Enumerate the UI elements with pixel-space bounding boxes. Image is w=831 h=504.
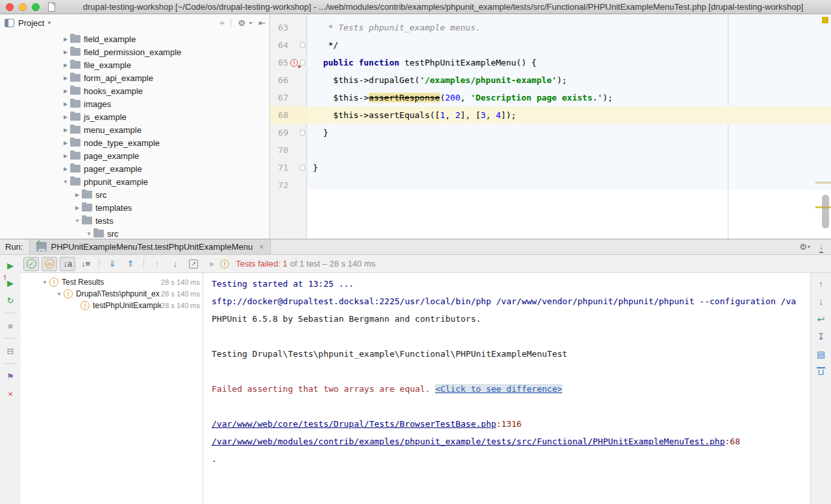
tree-item-page_example[interactable]: ▶page_example	[0, 149, 269, 162]
scroll-to-end-button[interactable]: ↧	[815, 331, 828, 342]
show-passed-toggle[interactable]: ✓	[23, 257, 39, 271]
chevron-right-icon[interactable]: ▶	[61, 114, 70, 120]
previous-failed-test-button[interactable]: ↑	[149, 257, 165, 271]
close-window-button[interactable]	[6, 3, 14, 11]
settings-button[interactable]: ⚙▾	[238, 18, 252, 28]
chevron-down-icon[interactable]: ▼	[61, 179, 70, 185]
folder-icon	[70, 165, 81, 173]
soft-wrap-toggle[interactable]: ↩	[815, 313, 828, 325]
tree-item-menu_example[interactable]: ▶menu_example	[0, 123, 269, 136]
overflow-chevron-icon[interactable]: »	[209, 259, 214, 269]
chevron-right-icon[interactable]: ▶	[61, 101, 70, 107]
chevron-right-icon[interactable]: ▶	[61, 153, 70, 159]
tree-item-src[interactable]: ▼src	[0, 227, 269, 239]
down-stack-trace-button[interactable]: ↓	[815, 296, 828, 307]
tree-item-images[interactable]: ▶images	[0, 97, 269, 110]
chevron-right-icon[interactable]: ▶	[61, 166, 70, 172]
check-icon: ✓	[35, 239, 40, 246]
see-difference-link[interactable]: <Click to see difference>	[435, 384, 562, 394]
tree-item-field_permission_example[interactable]: ▶field_permission_example	[0, 45, 269, 58]
sort-by-duration-button[interactable]: ↓≡	[78, 257, 93, 271]
chevron-right-icon[interactable]: ▶	[61, 88, 70, 94]
inspection-status-indicator[interactable]	[822, 17, 828, 23]
code-text[interactable]: $this->drupalGet('/examples/phpunit-exam…	[308, 71, 831, 89]
next-failed-test-button[interactable]: ↓	[167, 257, 183, 271]
close-tab-button[interactable]: ×	[4, 387, 17, 400]
fold-marker-icon[interactable]	[300, 60, 305, 66]
tree-item-field_example[interactable]: ▶field_example	[0, 32, 269, 45]
restore-layout-button[interactable]: ⊟	[4, 344, 17, 357]
tree-item-phpunit_example[interactable]: ▼phpunit_example	[0, 175, 269, 188]
toggle-auto-test-button[interactable]: ↻	[4, 294, 17, 307]
fold-marker-icon[interactable]	[300, 42, 305, 48]
fold-marker-icon[interactable]	[300, 130, 305, 136]
stack-trace-file-link[interactable]: /var/www/web/modules/contrib/examples/ph…	[212, 437, 725, 446]
fold-marker-icon[interactable]	[300, 165, 305, 171]
chevron-down-icon[interactable]: ▼	[84, 231, 93, 237]
minimize-window-button[interactable]	[19, 3, 27, 11]
tree-item-src[interactable]: ▶src	[0, 188, 269, 201]
chevron-down-icon[interactable]: ▾	[47, 19, 51, 26]
tree-item-pager_example[interactable]: ▶pager_example	[0, 162, 269, 175]
tree-item-file_example[interactable]: ▶file_example	[0, 58, 269, 71]
toolbar-separator	[143, 259, 144, 269]
tree-item-label: images	[84, 99, 111, 109]
tree-item-label: templates	[95, 203, 132, 213]
stack-trace-file-link[interactable]: /var/www/web/core/tests/Drupal/Tests/Bro…	[212, 419, 496, 429]
chevron-right-icon[interactable]: ▶	[61, 62, 70, 68]
hide-panel-button[interactable]: ⇤	[258, 18, 266, 28]
editor-scrollbar[interactable]	[822, 195, 829, 228]
code-text[interactable]: * Tests phpunit_example menus.	[308, 19, 831, 36]
test-tree-row[interactable]: ▼!Drupal\Tests\phpunit_ex28 s 140 ms	[21, 288, 203, 300]
stop-button[interactable]: ■	[4, 319, 17, 332]
chevron-right-icon[interactable]: ▶	[61, 127, 70, 133]
tree-item-form_api_example[interactable]: ▶form_api_example	[0, 71, 269, 84]
chevron-right-icon[interactable]: ▶	[73, 192, 82, 198]
expand-all-button[interactable]: ⇓	[105, 257, 120, 271]
chevron-right-icon[interactable]: ▶	[61, 36, 70, 42]
code-text[interactable]: */	[308, 36, 831, 54]
collapse-all-button[interactable]: ÷	[219, 18, 224, 28]
zoom-window-button[interactable]	[32, 3, 40, 11]
show-ignored-toggle[interactable]: ≡≡	[42, 257, 57, 271]
code-text[interactable]: }	[308, 159, 831, 176]
code-text[interactable]	[308, 141, 831, 159]
project-panel-title[interactable]: Project	[18, 18, 44, 28]
chevron-right-icon[interactable]: ▶	[61, 49, 70, 55]
dock-window-button[interactable]: ↓	[819, 242, 823, 252]
tree-item-tests[interactable]: ▼tests	[0, 214, 269, 227]
run-settings-button[interactable]: ⚙▾	[799, 242, 810, 252]
failed-test-gutter-icon[interactable]: !	[290, 59, 298, 67]
tree-item-js_example[interactable]: ▶js_example	[0, 110, 269, 123]
error-stripe-mark[interactable]	[815, 182, 831, 184]
tree-item-node_type_example[interactable]: ▶node_type_example	[0, 136, 269, 149]
sort-alphabetically-toggle[interactable]: ↓a	[60, 257, 75, 271]
code-text[interactable]	[308, 176, 831, 194]
code-text[interactable]: public function testPhpUnitExampleMenu()…	[308, 54, 831, 71]
code-text[interactable]: $this->assertEquals([1, 2], [3, 4]);	[308, 106, 831, 124]
chevron-right-icon[interactable]: ▶	[61, 140, 70, 146]
clear-console-button[interactable]: ⊔	[815, 366, 828, 378]
rerun-failed-tests-button[interactable]: ▶!	[4, 276, 17, 289]
tree-item-templates[interactable]: ▶templates	[0, 201, 269, 214]
print-button[interactable]: ▤	[815, 348, 828, 360]
test-tree-row[interactable]: ▼!Test Results28 s 140 ms	[21, 276, 203, 288]
rerun-tests-button[interactable]: ▶	[4, 259, 17, 272]
chevron-right-icon[interactable]: ▶	[73, 205, 82, 211]
chevron-down-icon[interactable]: ▼	[73, 218, 82, 224]
code-text[interactable]: }	[308, 124, 831, 141]
chevron-right-icon[interactable]: ▶	[61, 75, 70, 81]
chevron-down-icon[interactable]: ▼	[40, 280, 49, 285]
collapse-all-button[interactable]: ⇑	[123, 257, 138, 271]
run-left-toolbar: ▶▶!↻■⊟⚑×	[0, 255, 21, 504]
pin-tab-button[interactable]: ⚑	[4, 370, 17, 383]
up-stack-trace-button[interactable]: ↑	[815, 278, 828, 290]
test-tree-row[interactable]: !testPhpUnitExampleM28 s 140 ms	[21, 300, 203, 311]
code-text[interactable]: $this->assertResponse(200, 'Description …	[308, 89, 831, 106]
code-editor[interactable]: 63 * Tests phpunit_example menus.64 */65…	[270, 14, 831, 239]
chevron-down-icon[interactable]: ▼	[55, 291, 64, 297]
close-icon[interactable]: ×	[259, 243, 264, 252]
run-tab[interactable]: php ✓ PHPUnitExampleMenuTest.testPhpUnit…	[29, 239, 271, 254]
tree-item-hooks_example[interactable]: ▶hooks_example	[0, 84, 269, 97]
import-test-results-button[interactable]: ↗	[186, 257, 201, 271]
